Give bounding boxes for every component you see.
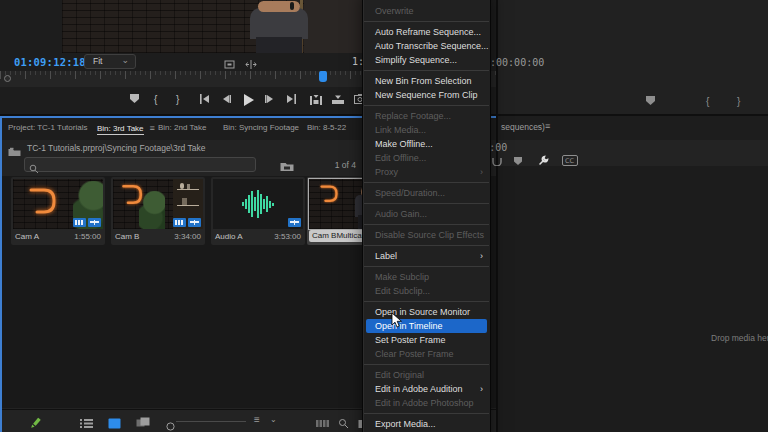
neon-logo-art [21,183,61,223]
find-icon[interactable] [338,415,349,432]
chevron-down-icon[interactable]: ⌄ [270,415,277,424]
step-back-icon[interactable] [222,94,231,104]
automate-to-sequence-icon[interactable] [316,415,329,432]
clip-name: Cam A [15,232,39,241]
program-monitor-panel: 00:00:00:00 { } [498,0,768,114]
clip-duration: 3:53:00 [274,232,301,241]
person-pants-art [256,37,302,53]
step-forward-icon[interactable] [265,94,274,104]
mark-in-icon[interactable]: { [706,96,709,108]
menu-item-new-bin-from-selection[interactable]: New Bin From Selection [363,74,490,88]
clip-cam-a[interactable]: Cam A 1:55:00 [11,177,105,245]
timeline-toolbar: 00:00:00:00 CC [498,140,768,166]
add-marker-icon[interactable] [646,96,655,106]
playhead-marker[interactable] [319,71,327,82]
zoom-slider-knob[interactable] [166,417,175,432]
menu-item-edit-original[interactable]: Edit Original [363,368,490,382]
menu-item-auto-reframe-sequence[interactable]: Auto Reframe Sequence... [363,25,490,39]
mark-out-icon[interactable]: } [737,96,740,108]
writable-pencil-icon[interactable] [30,415,42,432]
video-badge-icon [173,218,186,227]
add-marker-icon[interactable] [130,94,139,104]
menu-item-simplify-sequence[interactable]: Simplify Sequence... [363,53,490,67]
tab-bin-3rd-take[interactable]: Bin: 3rd Take≡ [97,116,155,140]
clip-name-row: Cam A 1:55:00 [15,232,101,243]
sort-icon[interactable]: ≡ [254,414,260,425]
mark-in-icon[interactable]: { [154,94,157,106]
tab-bin-8-5-22[interactable]: Bin: 8-5-22 [307,116,346,140]
menu-item-clear-poster-frame[interactable]: Clear Poster Frame [363,347,490,361]
go-to-out-icon[interactable] [286,94,296,104]
chevron-down-icon: ⌄ [121,54,129,67]
zoom-slider-track[interactable] [176,421,246,422]
timeline-empty-area[interactable]: Drop media her [498,166,768,432]
clip-audio-a[interactable]: Audio A 3:53:00 [211,177,305,245]
icon-view-button[interactable] [108,415,121,432]
audio-badge-icon [88,218,101,227]
panel-menu-icon[interactable]: ≡ [545,121,550,131]
page-indicator: 1 of 4 [335,160,356,170]
scrubber-zoom-handle[interactable] [4,75,11,82]
search-box[interactable] [24,157,256,172]
menu-item-auto-transcribe-sequence[interactable]: Auto Transcribe Sequence... [363,39,490,53]
menu-item-new-sequence-from-clip[interactable]: New Sequence From Clip [363,88,490,102]
media-type-badges [73,218,101,227]
menu-separator [364,413,489,414]
menu-item-edit-subclip[interactable]: Edit Subclip... [363,284,490,298]
menu-item-audio-gain[interactable]: Audio Gain... [363,207,490,221]
menu-item-open-in-source-monitor[interactable]: Open in Source Monitor [363,305,490,319]
timeline-tab-label[interactable]: sequences) [501,122,545,132]
menu-item-replace-footage[interactable]: Replace Footage... [363,109,490,123]
menu-item-proxy[interactable]: Proxy› [363,165,490,179]
tab-bin-2nd-take[interactable]: Bin: 2nd Take [158,116,206,140]
timeline-panel: sequences) ≡ 00:00:00:00 CC Drop media h… [498,116,768,432]
filter-bin-icon[interactable] [280,158,294,176]
menu-item-set-poster-frame[interactable]: Set Poster Frame [363,333,490,347]
source-video-frame [62,0,362,53]
audio-badge-icon [188,218,201,227]
context-menu: Insert Overwrite Auto Reframe Sequence..… [362,0,491,432]
tab-bin-syncing-footage[interactable]: Bin: Syncing Footage [223,116,299,140]
list-view-button[interactable] [80,415,93,432]
menu-item-speed-duration[interactable]: Speed/Duration... [363,186,490,200]
menu-separator [364,301,489,302]
insert-icon[interactable] [310,94,322,105]
clip-cam-b[interactable]: Cam B 3:34:00 [111,177,205,245]
play-icon[interactable] [243,94,254,106]
menu-item-link-media[interactable]: Link Media... [363,123,490,137]
menu-item-export-media[interactable]: Export Media... [363,417,490,431]
tab-project[interactable]: Project: TC-1 Tutorials [8,116,87,140]
panel-focus-border [0,116,2,432]
mark-out-icon[interactable]: } [176,94,179,106]
menu-item-edit-in-adobe-photoshop[interactable]: Edit in Adobe Photoshop [363,396,490,410]
menu-separator [364,21,489,22]
menu-item-overwrite[interactable]: Overwrite [363,4,490,18]
menu-item-edit-offline[interactable]: Edit Offline... [363,151,490,165]
menu-separator [364,70,489,71]
wall-art [304,0,362,53]
zoom-level-select[interactable]: Fit ⌄ [84,54,136,69]
submenu-arrow-icon: › [480,249,483,263]
menu-item-make-offline[interactable]: Make Offline... [363,137,490,151]
search-input[interactable] [41,158,251,171]
clip-name: Cam B [115,232,139,241]
menu-item-edit-in-adobe-audition[interactable]: Edit in Adobe Audition› [363,382,490,396]
clip-duration: 1:55:00 [74,232,101,241]
clip-thumbnail [213,179,303,229]
drop-media-message: Drop media her [711,333,768,343]
mouse-cursor [391,313,403,329]
clip-name: Audio A [215,232,243,241]
menu-separator [364,224,489,225]
panel-menu-icon[interactable]: ≡ [150,123,155,133]
clip-duration: 3:34:00 [174,232,201,241]
svg-text:CC: CC [565,157,575,165]
menu-item-disable-source-clip-effects[interactable]: Disable Source Clip Effects [363,228,490,242]
menu-item-make-subclip[interactable]: Make Subclip [363,270,490,284]
media-type-badges [173,218,201,227]
go-to-in-icon[interactable] [200,94,210,104]
menu-item-open-in-timeline[interactable]: Open in Timeline [366,319,487,333]
menu-separator [364,203,489,204]
menu-item-label[interactable]: Label› [363,249,490,263]
freeform-view-button[interactable] [136,415,150,432]
overwrite-icon[interactable] [332,94,344,105]
